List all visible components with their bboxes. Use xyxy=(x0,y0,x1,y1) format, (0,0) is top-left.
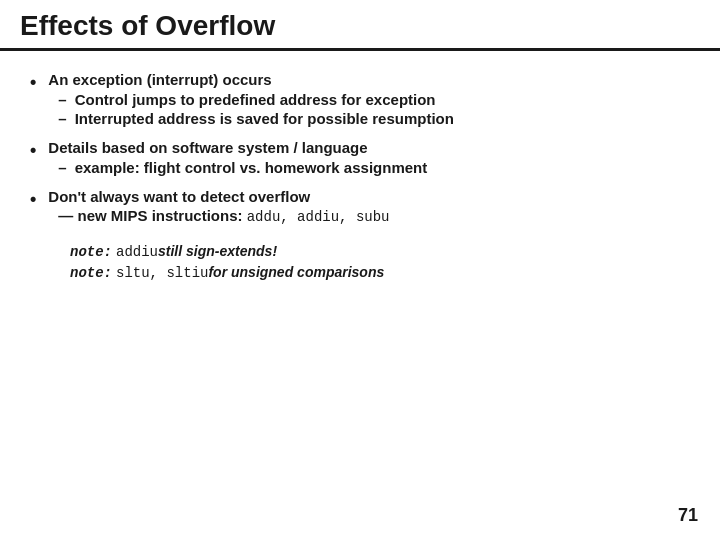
slide-header: Effects of Overflow xyxy=(0,0,720,51)
sub-text: Interrupted address is saved for possibl… xyxy=(75,110,454,127)
main-bullet-list: • An exception (interrupt) occurs – Cont… xyxy=(30,71,690,225)
bullet-content: Details based on software system / langu… xyxy=(48,139,427,178)
list-item: • An exception (interrupt) occurs – Cont… xyxy=(30,71,690,129)
bullet-content: An exception (interrupt) occurs – Contro… xyxy=(48,71,454,129)
note-mono: addiu xyxy=(116,244,158,260)
page-number: 71 xyxy=(678,505,698,526)
note-italic: for unsigned comparisons xyxy=(208,264,384,280)
sub-dash: – xyxy=(58,159,66,176)
list-item: – Interrupted address is saved for possi… xyxy=(48,110,454,127)
note-mono: sltu, sltiu xyxy=(116,265,208,281)
list-item: – Control jumps to predefined address fo… xyxy=(48,91,454,108)
extra-mono: addu, addiu, subu xyxy=(247,209,390,225)
slide-content: • An exception (interrupt) occurs – Cont… xyxy=(0,51,720,295)
notes-block: note: addiu still sign-extends! note: sl… xyxy=(70,243,690,281)
list-item: – example: flight control vs. homework a… xyxy=(48,159,427,176)
extra-text: — new MIPS instructions: xyxy=(58,207,246,224)
note-italic: still sign-extends! xyxy=(158,243,277,259)
sub-list: – Control jumps to predefined address fo… xyxy=(48,91,454,129)
note-line-2: note: sltu, sltiu for unsigned compariso… xyxy=(70,264,690,281)
slide-title: Effects of Overflow xyxy=(20,10,700,42)
sub-list: – example: flight control vs. homework a… xyxy=(48,159,427,178)
sub-text: Control jumps to predefined address for … xyxy=(75,91,436,108)
bullet-dot: • xyxy=(30,73,36,91)
list-item: • Details based on software system / lan… xyxy=(30,139,690,178)
note-label: note: xyxy=(70,244,112,260)
list-item: • Don't always want to detect overflow —… xyxy=(30,188,690,225)
slide: Effects of Overflow • An exception (inte… xyxy=(0,0,720,540)
note-line-1: note: addiu still sign-extends! xyxy=(70,243,690,260)
bullet-dot: • xyxy=(30,141,36,159)
sub-text: example: flight control vs. homework ass… xyxy=(75,159,428,176)
bullet-main-text: Don't always want to detect overflow xyxy=(48,188,389,205)
bullet-dot: • xyxy=(30,190,36,208)
bullet-extra: — new MIPS instructions: addu, addiu, su… xyxy=(58,207,389,225)
sub-dash: – xyxy=(58,110,66,127)
bullet-main-text: Details based on software system / langu… xyxy=(48,139,427,156)
bullet-content: Don't always want to detect overflow — n… xyxy=(48,188,389,225)
bullet-main-text: An exception (interrupt) occurs xyxy=(48,71,454,88)
sub-dash: – xyxy=(58,91,66,108)
note-label: note: xyxy=(70,265,112,281)
